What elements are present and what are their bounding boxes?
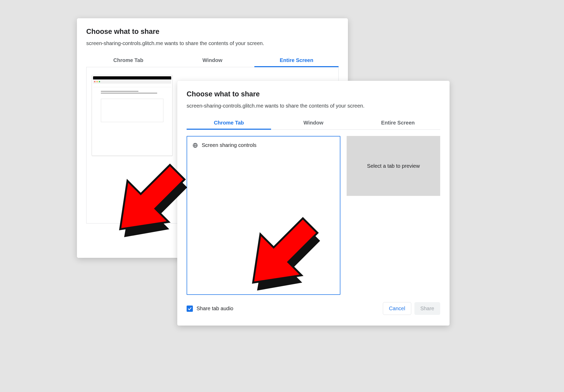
dialog-title: Choose what to share	[187, 90, 440, 98]
dialog-footer: Share tab audio Cancel Share	[187, 302, 440, 315]
tab-chrome-tab[interactable]: Chrome Tab	[187, 116, 271, 129]
list-item[interactable]: Screen sharing controls	[192, 141, 335, 150]
screen-thumbnail[interactable]	[92, 75, 173, 156]
tab-strip: Chrome Tab Window Entire Screen	[86, 54, 339, 67]
front-body: Screen sharing controls Select a tab to …	[187, 136, 440, 295]
list-item-label: Screen sharing controls	[202, 142, 256, 148]
checkbox-checked-icon	[187, 306, 193, 312]
tab-entire-screen[interactable]: Entire Screen	[356, 116, 440, 129]
chrome-tab-list[interactable]: Screen sharing controls	[187, 136, 340, 295]
globe-icon	[192, 142, 198, 148]
dialog-title: Choose what to share	[86, 28, 339, 36]
tab-chrome-tab[interactable]: Chrome Tab	[86, 54, 170, 67]
preview-placeholder: Select a tab to preview	[347, 136, 440, 196]
preview-pane: Select a tab to preview	[347, 136, 440, 295]
dialog-subtitle: screen-sharing-controls.glitch.me wants …	[86, 40, 339, 46]
cancel-button[interactable]: Cancel	[383, 302, 411, 315]
tab-window[interactable]: Window	[271, 116, 355, 129]
tab-strip: Chrome Tab Window Entire Screen	[187, 116, 440, 130]
tab-window[interactable]: Window	[170, 54, 255, 67]
dialog-subtitle: screen-sharing-controls.glitch.me wants …	[187, 103, 440, 109]
screen-share-dialog-chrome-tab: Choose what to share screen-sharing-cont…	[177, 81, 450, 326]
share-button[interactable]: Share	[414, 302, 440, 315]
tab-entire-screen[interactable]: Entire Screen	[254, 54, 339, 67]
share-tab-audio-label: Share tab audio	[197, 306, 233, 312]
share-tab-audio-checkbox[interactable]: Share tab audio	[187, 306, 233, 312]
